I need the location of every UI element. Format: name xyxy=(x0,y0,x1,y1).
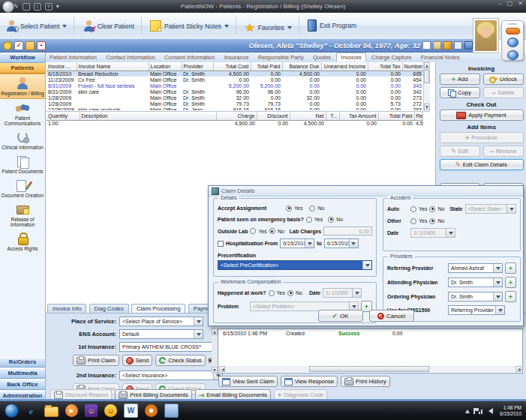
sidebar-item-clinical-information[interactable]: Clinical Information xyxy=(0,128,45,152)
tab-invoices[interactable]: Invoices xyxy=(336,52,366,62)
id-card-icon[interactable] xyxy=(433,41,441,50)
photo-icon[interactable] xyxy=(464,41,473,50)
claim-history-list[interactable]: 6/15/2010 1:46 PM Created Success 0.00 xyxy=(218,328,523,374)
patientnow-taskbar-icon[interactable] xyxy=(164,404,179,418)
print-claim-button[interactable]: Print Claim xyxy=(73,355,119,366)
happened-yes-radio[interactable] xyxy=(269,290,275,296)
dialog-titlebar[interactable]: Claim Details xyxy=(209,186,523,196)
action-center-icon[interactable] xyxy=(473,408,475,414)
table-row[interactable]: 12/26/2008skin care productsMain OfficeD… xyxy=(47,106,423,110)
column-header[interactable]: Quantity xyxy=(47,112,80,120)
invoice-items-table[interactable]: QuantityDescriptionChargeDiscountNetT...… xyxy=(47,112,423,127)
hospitalization-to-date[interactable]: 6/15/2010 xyxy=(324,238,359,248)
referring-provider-select[interactable]: Ahmed Ashraf xyxy=(448,263,503,273)
column-header[interactable]: Remain xyxy=(414,112,423,120)
lab-charges-input[interactable]: 0.00 xyxy=(323,226,372,236)
ordering-physician-select[interactable]: Dr. Smith xyxy=(448,292,503,302)
column-header[interactable]: Description xyxy=(80,112,216,120)
taskbar-clock[interactable]: 1:48 PM 6/15/2010 xyxy=(500,405,521,417)
explorer-folder-icon[interactable] xyxy=(44,406,59,417)
sidebar-item-patient-documents[interactable]: Patient Documents xyxy=(0,152,45,176)
send-claim-button[interactable]: Send xyxy=(122,355,153,366)
scroll-up-button[interactable] xyxy=(212,328,218,335)
patient-photo[interactable] xyxy=(473,18,499,53)
table-row[interactable]: 8/31/2009skin careMain OfficeDr. Smith96… xyxy=(47,88,423,94)
sidebar-header-back-office[interactable]: Back Office xyxy=(0,380,45,390)
messenger-smiley-icon[interactable]: ☺ xyxy=(104,404,117,417)
other-no-radio[interactable] xyxy=(429,218,435,224)
ens-account-select[interactable]: Default xyxy=(119,329,203,339)
scroll-down-button[interactable] xyxy=(424,104,430,110)
minimize-button[interactable]: – xyxy=(498,0,501,7)
tab-consent-information[interactable]: Consent Information xyxy=(161,53,219,62)
dock-blue-button-1[interactable] xyxy=(507,38,518,47)
sidebar-header-workflow[interactable]: Workflow xyxy=(0,52,45,63)
attending-physician-select[interactable]: Dr. Smith xyxy=(448,278,503,287)
sidebar-item-document-creation[interactable]: Document Creation xyxy=(0,176,45,200)
auto-no-radio[interactable] xyxy=(429,206,435,212)
medical-icon[interactable]: + xyxy=(37,41,46,50)
media-player-icon[interactable]: ▶ xyxy=(65,404,78,417)
table-row[interactable]: 11/23/2009Cx FeeMain OfficeDr. Smith0.00… xyxy=(47,76,423,82)
delete-invoice-button[interactable]: −Delete xyxy=(483,87,524,98)
column-header[interactable]: Total Paid xyxy=(251,62,282,70)
column-header[interactable]: Invoice ... xyxy=(47,62,77,70)
close-button[interactable]: ✕ xyxy=(518,0,523,7)
add-ordering-physician-button[interactable]: + xyxy=(505,291,516,302)
column-header[interactable]: Invoice Name xyxy=(77,62,149,70)
copy-invoice-button[interactable]: Copy xyxy=(440,87,480,98)
gear-icon[interactable] xyxy=(3,41,12,50)
emergency-no-radio[interactable] xyxy=(328,217,334,223)
wc-date-select[interactable]: 1/ 1/1900 xyxy=(323,288,362,298)
folder-icon[interactable] xyxy=(26,41,35,50)
invoice-scrollbar[interactable] xyxy=(423,62,430,110)
tab-charge-capture[interactable]: Charge Capture xyxy=(368,53,415,62)
state-select[interactable]: <Select State> xyxy=(465,204,517,214)
sidebar-header-rx-orders[interactable]: Rx/Orders xyxy=(0,357,45,368)
scroll-up-button[interactable] xyxy=(424,62,430,69)
exit-program-button[interactable]: Exit Program xyxy=(302,15,362,36)
hospitalization-from-date[interactable]: 6/15/2010 xyxy=(280,238,314,248)
scrollbar-thumb[interactable] xyxy=(424,70,430,83)
table-row[interactable]: 1/28/2009Main OfficeDr. Smith79.7379.730… xyxy=(47,100,423,106)
add-invoice-button[interactable]: +Add xyxy=(440,74,480,85)
print-history-button[interactable]: Print History xyxy=(341,376,390,387)
tab-patient-information[interactable]: Patient Information xyxy=(46,53,101,62)
apply-payment-button[interactable]: Apply Payment xyxy=(440,110,524,121)
happened-no-radio[interactable] xyxy=(287,290,293,296)
emergency-yes-radio[interactable] xyxy=(306,217,312,223)
sticky-notes-button[interactable]: Patient Sticky Notes xyxy=(144,16,235,37)
person-icon[interactable] xyxy=(454,41,462,50)
ok-button[interactable]: ✓OK xyxy=(318,310,363,322)
other-yes-radio[interactable] xyxy=(410,218,416,224)
procedure-button[interactable]: +Procedure xyxy=(440,132,524,143)
add-attending-physician-button[interactable]: + xyxy=(505,277,516,288)
second-insurance-select[interactable]: <Select Insurance> xyxy=(119,370,223,380)
column-header[interactable]: T... xyxy=(326,112,339,120)
clear-patient-button[interactable]: ✗ Clear Patient xyxy=(77,16,140,37)
word-icon[interactable]: W xyxy=(124,404,138,418)
scroll-down-button[interactable] xyxy=(212,367,218,374)
favorites-button[interactable]: ★ Favorites xyxy=(239,17,297,38)
view-response-button[interactable]: View Response xyxy=(281,376,338,387)
scrollbar-thumb[interactable] xyxy=(309,366,429,372)
network-icon[interactable] xyxy=(479,408,485,414)
check-status-button[interactable]: Check Status xyxy=(155,355,206,366)
dock-blue-button-2[interactable] xyxy=(507,50,518,60)
accident-date-select[interactable]: 1/ 1/1900 xyxy=(410,228,455,238)
sidebar-item-access-rights[interactable]: Access Rights xyxy=(0,230,45,254)
add-referring-provider-button[interactable]: + xyxy=(505,262,516,274)
tab-insurance[interactable]: Insurance xyxy=(221,53,253,62)
sidebar-header-patients[interactable]: Patients xyxy=(0,63,45,74)
sidebar-item-patient-communications[interactable]: Patient Communications xyxy=(0,99,45,128)
column-header[interactable]: Location xyxy=(149,62,182,70)
photo-app-icon[interactable] xyxy=(145,404,158,417)
start-button[interactable] xyxy=(5,404,19,418)
sidebar-header-multimedia[interactable]: Multimedia xyxy=(0,368,45,379)
document-icon[interactable] xyxy=(422,41,431,50)
table-row[interactable]: 1/28/2009Main OfficeDr. Smith32.000.0032… xyxy=(47,94,423,100)
hospitalization-checkbox[interactable] xyxy=(218,241,224,247)
yahoo-messenger-icon[interactable]: ☺ xyxy=(85,404,98,417)
dock-grip[interactable] xyxy=(508,23,517,25)
tab-financial-notes[interactable]: Financial Notes xyxy=(417,53,464,62)
